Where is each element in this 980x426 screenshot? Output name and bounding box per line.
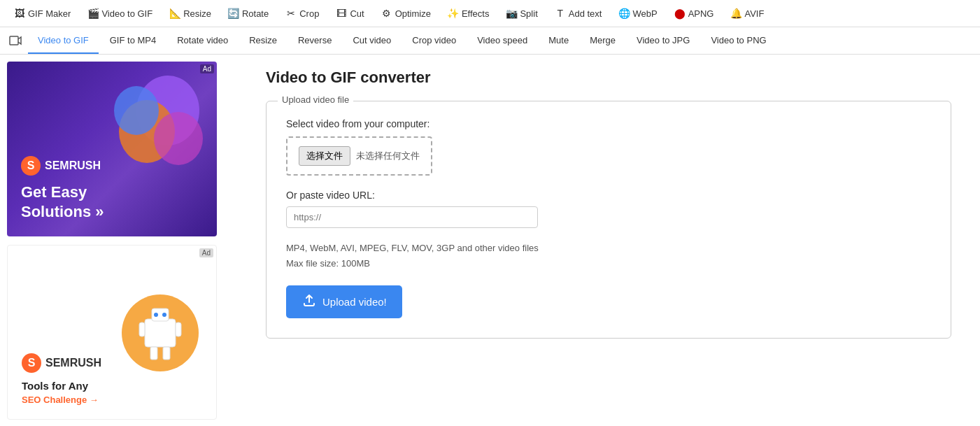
secondary-nav: Video to GIF GIF to MP4 Rotate video Res… <box>0 27 980 55</box>
crop-icon: ✂ <box>285 8 297 19</box>
upload-button[interactable]: Upload video! <box>286 285 402 318</box>
url-input[interactable] <box>286 206 538 228</box>
svg-point-8 <box>154 313 158 317</box>
upload-card: Upload video file Select video from your… <box>266 101 951 339</box>
url-label: Or paste video URL: <box>286 190 931 201</box>
ad1-decorative-shapes <box>98 69 210 180</box>
toolbar-btn-effects[interactable]: ✨ Effects <box>441 4 497 22</box>
file-info-line2: Max file size: 100MB <box>286 256 931 271</box>
tab-mute[interactable]: Mute <box>539 28 578 54</box>
content-area: Video to GIF converter Upload video file… <box>245 55 980 426</box>
tab-rotate-video[interactable]: Rotate video <box>167 28 238 54</box>
svg-rect-11 <box>176 322 181 336</box>
top-toolbar: 🖼 GIF Maker 🎬 Video to GIF 📐 Resize 🔄 Ro… <box>0 0 980 27</box>
file-info: MP4, WebM, AVI, MPEG, FLV, MOV, 3GP and … <box>286 241 931 271</box>
svg-rect-12 <box>150 347 157 360</box>
tab-resize[interactable]: Resize <box>239 28 287 54</box>
toolbar-btn-optimize[interactable]: ⚙ Optimize <box>374 4 438 22</box>
semrush-logo-icon-2: S <box>22 353 41 373</box>
tab-reverse[interactable]: Reverse <box>288 28 341 54</box>
ad-banner-2[interactable]: Ad S SEMRUSH <box>7 245 217 420</box>
file-choose-button[interactable]: 选择文件 <box>299 146 350 166</box>
cut-icon: 🎞 <box>336 8 347 19</box>
ad1-headline: Get Easy Solutions » <box>21 183 104 222</box>
tab-video-speed[interactable]: Video speed <box>467 28 537 54</box>
ad-badge-2: Ad <box>199 248 213 257</box>
ad2-headline: Tools for Any <box>22 380 88 392</box>
tab-crop-video[interactable]: Crop video <box>402 28 466 54</box>
resize-icon: 📐 <box>169 8 180 19</box>
ad1-logo: S SEMRUSH <box>21 156 101 176</box>
svg-point-3 <box>154 112 203 165</box>
file-input-inner: 选择文件 未选择任何文件 <box>299 146 420 166</box>
tab-video-to-gif[interactable]: Video to GIF <box>28 28 99 54</box>
page-title: Video to GIF converter <box>266 69 959 87</box>
effects-icon: ✨ <box>448 8 459 19</box>
svg-point-9 <box>162 313 166 317</box>
file-info-line1: MP4, WebM, AVI, MPEG, FLV, MOV, 3GP and … <box>286 241 931 256</box>
tab-video-to-png[interactable]: Video to PNG <box>701 28 776 54</box>
apng-icon: ⬤ <box>674 8 686 19</box>
upload-icon <box>301 292 317 311</box>
svg-rect-10 <box>139 322 145 336</box>
toolbar-btn-add-text[interactable]: T Add text <box>548 4 609 22</box>
webp-icon: 🌐 <box>618 8 630 19</box>
optimize-icon: ⚙ <box>381 8 392 19</box>
svg-rect-0 <box>10 36 18 45</box>
ad-banner-1[interactable]: Ad S SEMRUSH Get Easy Solutions » <box>7 62 217 236</box>
svg-point-4 <box>114 86 159 135</box>
main-layout: Ad S SEMRUSH Get Easy Solutions » A <box>0 55 980 426</box>
tab-merge[interactable]: Merge <box>580 28 625 54</box>
toolbar-btn-cut[interactable]: 🎞 Cut <box>329 4 371 22</box>
split-icon: 📷 <box>506 8 517 19</box>
toolbar-btn-gif-maker[interactable]: 🖼 GIF Maker <box>7 4 78 22</box>
toolbar-btn-rotate[interactable]: 🔄 Rotate <box>221 4 276 22</box>
ad2-cta[interactable]: SEO Challenge → <box>22 395 99 405</box>
toolbar-btn-video-to-gif[interactable]: 🎬 Video to GIF <box>80 4 159 22</box>
svg-rect-6 <box>145 319 176 347</box>
toolbar-btn-avif[interactable]: 🔔 AVIF <box>723 4 771 22</box>
video-nav-icon <box>4 27 27 54</box>
toolbar-btn-crop[interactable]: ✂ Crop <box>278 4 326 22</box>
semrush-logo-icon-1: S <box>21 156 41 176</box>
gif-maker-icon: 🖼 <box>14 8 25 19</box>
tab-video-to-jpg[interactable]: Video to JPG <box>627 28 700 54</box>
video-to-gif-icon: 🎬 <box>87 8 99 19</box>
add-text-icon: T <box>555 8 566 19</box>
toolbar-btn-resize[interactable]: 📐 Resize <box>162 4 218 22</box>
toolbar-btn-webp[interactable]: 🌐 WebP <box>611 4 664 22</box>
file-no-chosen-text: 未选择任何文件 <box>356 150 420 162</box>
avif-icon: 🔔 <box>730 8 741 19</box>
sidebar: Ad S SEMRUSH Get Easy Solutions » A <box>0 55 245 426</box>
ad2-logo: S SEMRUSH <box>22 353 101 373</box>
rotate-icon: 🔄 <box>228 8 239 19</box>
svg-rect-13 <box>163 347 170 360</box>
toolbar-btn-apng[interactable]: ⬤ APNG <box>667 4 721 22</box>
tab-cut-video[interactable]: Cut video <box>343 28 401 54</box>
file-select-label: Select video from your computer: <box>286 118 931 129</box>
upload-card-legend: Upload video file <box>278 94 353 105</box>
ad2-illustration <box>118 281 202 371</box>
toolbar-btn-split[interactable]: 📷 Split <box>499 4 544 22</box>
file-input-wrapper[interactable]: 选择文件 未选择任何文件 <box>286 136 432 176</box>
tab-gif-to-mp4[interactable]: GIF to MP4 <box>100 28 166 54</box>
